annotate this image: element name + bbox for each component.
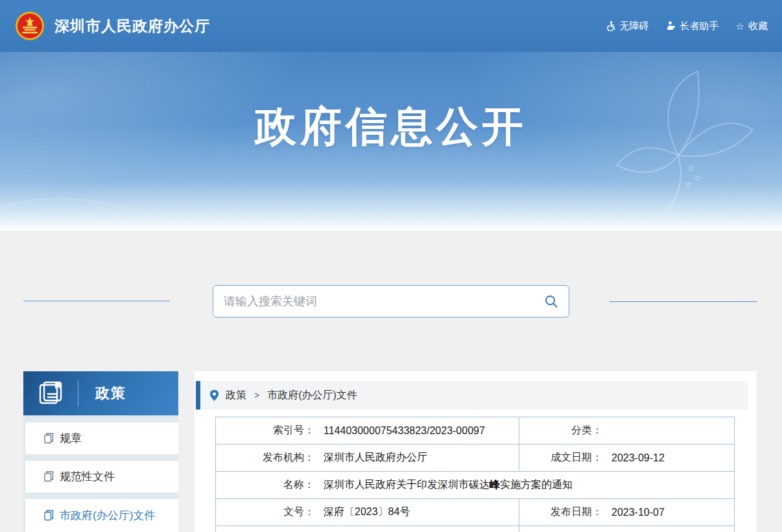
policy-book-icon [38,380,65,407]
page-title: 政府信息公开 [0,98,782,155]
index-number-value: 114403000075433823/2023-00097 [324,425,485,437]
topbar-links: 无障碍 长者助手 ☆ 收藏 [606,20,768,32]
issuing-agency-cell: 发布机构： 深圳市人民政府办公厅 [216,445,519,471]
document-number-cell: 文号： 深府〔2023〕84号 [216,499,519,526]
document-name-value: 深圳市人民政府关于印发深圳市碳达峰实施方案的通知 [324,478,573,492]
breadcrumb-item-policy[interactable]: 政策 [226,389,246,402]
publish-date-value: 2023-10-07 [611,507,665,518]
table-row-docnumber: 文号： 深府〔2023〕84号 发布日期： 2023-10-07 [216,499,734,526]
accessibility-link[interactable]: 无障碍 [606,20,649,32]
breadcrumb-separator: > [254,390,259,400]
accessibility-label: 无障碍 [620,20,649,32]
issuing-agency-value: 深圳市人民政府办公厅 [324,451,427,465]
issue-date-cell: 成文日期： 2023-09-12 [519,445,734,471]
sidebar-item-list: 规章 规范性文件 市政府(办公厅)文件 [23,415,178,532]
decorative-line-right [610,301,757,302]
decorative-line-left [23,301,170,301]
site-title: 深圳市人民政府办公厅 [54,16,210,36]
doc-name-post: 实施方案的通知 [500,479,573,490]
sidebar-item-guifanxing-wenjian[interactable]: 规范性文件 [25,461,178,492]
sidebar-item-guizhang[interactable]: 规章 [25,422,178,454]
document-icon [44,471,54,482]
favorite-label: 收藏 [748,20,768,32]
index-number-label: 索引号： [216,424,314,437]
issue-date-value: 2023-09-12 [611,452,665,464]
issuing-agency-label: 发布机构： [216,451,314,465]
category-cell: 分类： [519,417,734,444]
sidebar-item-label: 规章 [60,431,82,446]
star-icon: ☆ [736,21,744,31]
sidebar-item-label: 市政府(办公厅)文件 [60,508,155,523]
location-pin-icon [209,389,219,402]
document-icon [44,510,54,521]
table-row-partial [216,526,734,532]
search-section [0,231,782,321]
publish-date-label: 发布日期： [519,505,602,519]
category-label: 分类： [519,424,602,437]
table-row-index: 索引号： 114403000075433823/2023-00097 分类： [216,417,734,445]
sidebar-item-label: 规范性文件 [60,469,115,484]
document-icon [44,433,54,444]
partial-cell-left [216,526,519,532]
favorite-link[interactable]: ☆ 收藏 [736,20,768,32]
search-button[interactable] [544,294,558,308]
elder-icon [666,21,676,31]
document-number-value: 深府〔2023〕84号 [324,505,410,519]
document-name-label: 名称： [216,478,314,492]
search-box [213,285,569,318]
doc-name-pre: 深圳市人民政府关于印发深圳市碳达 [324,479,490,490]
national-emblem-logo [14,9,45,43]
breadcrumb-item-current[interactable]: 市政府(办公厅)文件 [267,389,357,402]
document-meta-table: 索引号： 114403000075433823/2023-00097 分类： 发… [215,417,735,532]
index-number-cell: 索引号： 114403000075433823/2023-00097 [216,417,519,444]
issue-date-label: 成文日期： [519,451,602,465]
elder-helper-link[interactable]: 长者助手 [666,20,719,32]
sidebar: 政策 规章 规范性文件 市政府(办公厅)文件 [23,371,178,532]
search-icon [544,294,558,308]
sidebar-header: 政策 [23,371,178,415]
document-name-cell: 名称： 深圳市人民政府关于印发深圳市碳达峰实施方案的通知 [216,472,734,498]
doc-name-highlight: 峰 [490,479,500,490]
sidebar-item-shizhengfu-wenjian[interactable]: 市政府(办公厅)文件 [25,499,178,532]
table-row-title: 名称： 深圳市人民政府关于印发深圳市碳达峰实施方案的通知 [216,472,734,499]
main-content-card: 政策 > 市政府(办公厅)文件 索引号： 114403000075433823/… [195,371,757,532]
top-header-bar: 深圳市人民政府办公厅 无障碍 长者助手 ☆ 收藏 [0,0,782,52]
table-row-issuer: 发布机构： 深圳市人民政府办公厅 成文日期： 2023-09-12 [216,445,734,472]
breadcrumb: 政策 > 市政府(办公厅)文件 [196,381,748,410]
sidebar-header-label: 政策 [95,384,126,403]
search-input[interactable] [224,295,544,308]
sidebar-header-divider [78,380,78,406]
accessibility-icon [606,21,616,31]
publish-date-cell: 发布日期： 2023-10-07 [519,499,734,526]
elder-helper-label: 长者助手 [680,20,719,32]
partial-cell-right [519,526,734,532]
hero-banner: 政府信息公开 [0,52,782,231]
document-number-label: 文号： [216,505,314,519]
